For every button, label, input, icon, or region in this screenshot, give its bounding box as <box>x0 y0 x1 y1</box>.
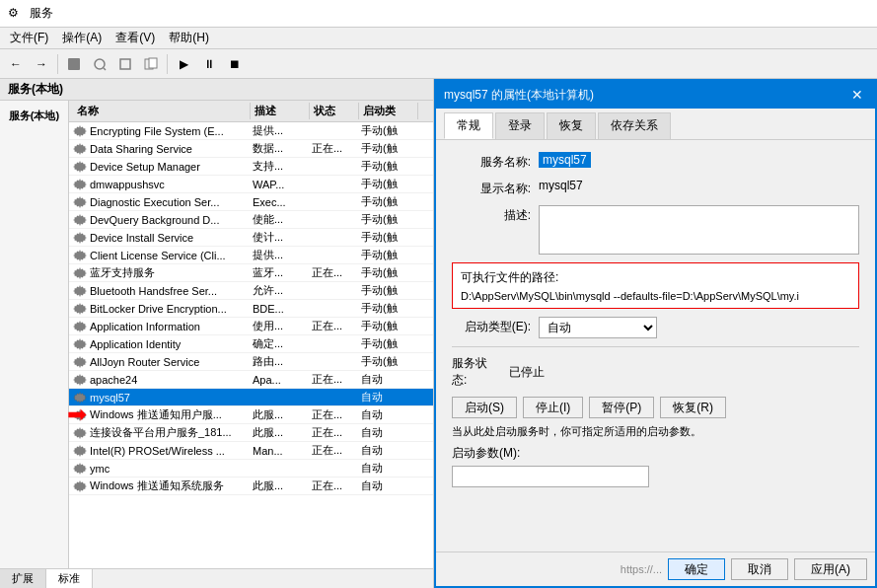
service-name-text: Encrypting File System (E... <box>90 125 224 137</box>
menu-file[interactable]: 文件(F) <box>4 28 54 48</box>
service-startup-cell: 手动(触 <box>359 319 418 333</box>
service-row[interactable]: Windows 推送通知用户服... 此服... 正在... 自动 <box>69 406 433 424</box>
toolbar-play[interactable]: ▶ <box>172 53 195 75</box>
services-header-text: 服务(本地) <box>8 81 63 98</box>
service-row[interactable]: Client License Service (Cli... 提供... 手动(… <box>69 247 433 264</box>
content-area: 服务(本地) 服务(本地) 名称 描述 状态 启动类 <box>0 79 877 588</box>
service-status-cell: 正在... <box>310 265 359 280</box>
service-row[interactable]: mysql57 自动 <box>69 389 433 406</box>
toolbar-btn1[interactable] <box>62 53 86 75</box>
service-row[interactable]: Intel(R) PROSet/Wireless ... Man... 正在..… <box>69 442 433 460</box>
service-startup-cell: 自动 <box>359 407 418 422</box>
service-row[interactable]: 连接设备平台用户服务_181... 此服... 正在... 自动 <box>69 424 433 442</box>
cancel-button[interactable]: 取消 <box>731 558 788 580</box>
service-name-cell: Windows 推送通知系统服务 <box>73 478 251 493</box>
toolbar-forward[interactable]: → <box>30 53 53 75</box>
service-row[interactable]: Data Sharing Service 数据... 正在... 手动(触 <box>69 140 433 158</box>
service-gear-icon <box>73 337 87 351</box>
col-desc: 描述 <box>251 103 310 119</box>
service-desc-cell: 数据... <box>251 141 310 156</box>
service-row[interactable]: dmwappushsvc WAP... 手动(触 <box>69 176 433 193</box>
service-row[interactable]: DevQuery Background D... 使能... 手动(触 <box>69 211 433 229</box>
service-name-cell: AllJoyn Router Service <box>73 355 251 369</box>
pause-button[interactable]: 暂停(P) <box>589 397 654 418</box>
menu-help[interactable]: 帮助(H) <box>163 28 215 48</box>
dialog-close-button[interactable]: ✕ <box>847 87 867 103</box>
service-desc-cell: 提供... <box>251 248 310 262</box>
menu-view[interactable]: 查看(V) <box>110 28 161 48</box>
tab-standard[interactable]: 标准 <box>46 569 93 588</box>
startup-params-input[interactable] <box>452 466 649 487</box>
menu-action[interactable]: 操作(A) <box>56 28 108 48</box>
service-gear-icon <box>73 320 87 333</box>
start-button[interactable]: 启动(S) <box>452 397 517 418</box>
ok-button[interactable]: 确定 <box>668 558 725 580</box>
service-name-text: Application Information <box>90 321 200 332</box>
service-desc-cell: 此服... <box>251 478 310 493</box>
service-name-cell: apache24 <box>73 373 251 387</box>
service-startup-cell: 手动(触 <box>359 265 418 280</box>
stop-button[interactable]: 停止(I) <box>523 397 583 418</box>
service-name-text: Data Sharing Service <box>90 143 192 155</box>
service-desc-cell: 路由... <box>251 354 310 369</box>
toolbar-sep-2 <box>167 54 168 74</box>
service-row[interactable]: Bluetooth Handsfree Ser... 允许... 手动(触 <box>69 282 433 300</box>
service-status-value: 已停止 <box>509 364 545 381</box>
startup-type-select[interactable]: 自动 手动 禁用 自动(延迟启动) <box>539 317 657 338</box>
apply-button[interactable]: 应用(A) <box>794 558 867 580</box>
service-name-text: ymc <box>90 463 110 475</box>
service-name-text: Client License Service (Cli... <box>90 250 226 261</box>
service-desc-cell: 使能... <box>251 212 310 227</box>
service-row[interactable]: ymc 自动 <box>69 460 433 478</box>
dialog-tab-general[interactable]: 常规 <box>444 112 493 139</box>
description-textarea[interactable] <box>539 205 859 255</box>
resume-button[interactable]: 恢复(R) <box>660 397 726 418</box>
toolbar-btn4[interactable] <box>139 53 163 75</box>
service-row[interactable]: Windows 推送通知系统服务 此服... 正在... 自动 <box>69 478 433 495</box>
toolbar-back[interactable]: ← <box>4 53 28 75</box>
service-row[interactable]: apache24 Apa... 正在... 自动 <box>69 371 433 389</box>
service-gear-icon <box>73 195 87 209</box>
svg-point-1 <box>95 59 105 69</box>
service-name-text: Windows 推送通知系统服务 <box>90 478 224 493</box>
service-list[interactable]: Encrypting File System (E... 提供... 手动(触 … <box>69 122 433 568</box>
service-row[interactable]: Device Install Service 使计... 手动(触 <box>69 229 433 247</box>
service-startup-cell: 自动 <box>359 443 418 458</box>
service-startup-cell: 手动(触 <box>359 159 418 174</box>
service-row[interactable]: Diagnostic Execution Ser... Exec... 手动(触 <box>69 193 433 211</box>
service-name-text: dmwappushsvc <box>90 179 165 190</box>
service-row[interactable]: Encrypting File System (E... 提供... 手动(触 <box>69 122 433 140</box>
service-name-cell: dmwappushsvc <box>73 178 251 191</box>
service-status-row: 服务状态: 已停止 <box>452 355 859 389</box>
service-gear-icon <box>73 373 87 387</box>
dialog-tab-recovery[interactable]: 恢复 <box>547 112 596 139</box>
action-buttons: 启动(S) 停止(I) 暂停(P) 恢复(R) <box>452 397 859 418</box>
sidebar: 服务(本地) <box>0 101 69 568</box>
service-name-text: Bluetooth Handsfree Ser... <box>90 285 217 297</box>
service-name-text: apache24 <box>90 374 137 386</box>
service-status-cell: 正在... <box>310 407 359 422</box>
service-name-text: Device Install Service <box>90 232 193 244</box>
col-name: 名称 <box>73 103 251 119</box>
service-row[interactable]: BitLocker Drive Encryption... BDE... 手动(… <box>69 300 433 318</box>
service-gear-icon <box>73 444 87 458</box>
service-startup-cell: 手动(触 <box>359 123 418 138</box>
service-desc-cell: Apa... <box>251 374 310 386</box>
toolbar-btn2[interactable] <box>88 53 111 75</box>
dialog-tab-depends[interactable]: 依存关系 <box>598 112 671 139</box>
service-row[interactable]: 蓝牙支持服务 蓝牙... 正在... 手动(触 <box>69 264 433 282</box>
svg-line-2 <box>104 68 106 70</box>
service-startup-cell: 手动(触 <box>359 354 418 369</box>
dialog-tab-login[interactable]: 登录 <box>495 112 545 139</box>
service-row[interactable]: Device Setup Manager 支持... 手动(触 <box>69 158 433 176</box>
toolbar-pause[interactable]: ⏸ <box>197 53 221 75</box>
service-row[interactable]: Application Identity 确定... 手动(触 <box>69 335 433 353</box>
tab-expand[interactable]: 扩展 <box>0 569 46 588</box>
service-name-cell: ymc <box>73 462 251 476</box>
service-row[interactable]: AllJoyn Router Service 路由... 手动(触 <box>69 353 433 371</box>
service-status-cell: 正在... <box>310 443 359 458</box>
toolbar-btn3[interactable] <box>113 53 137 75</box>
service-row[interactable]: Application Information 使用... 正在... 手动(触 <box>69 318 433 335</box>
service-startup-cell: 自动 <box>359 461 418 476</box>
toolbar-stop[interactable]: ⏹ <box>223 53 247 75</box>
